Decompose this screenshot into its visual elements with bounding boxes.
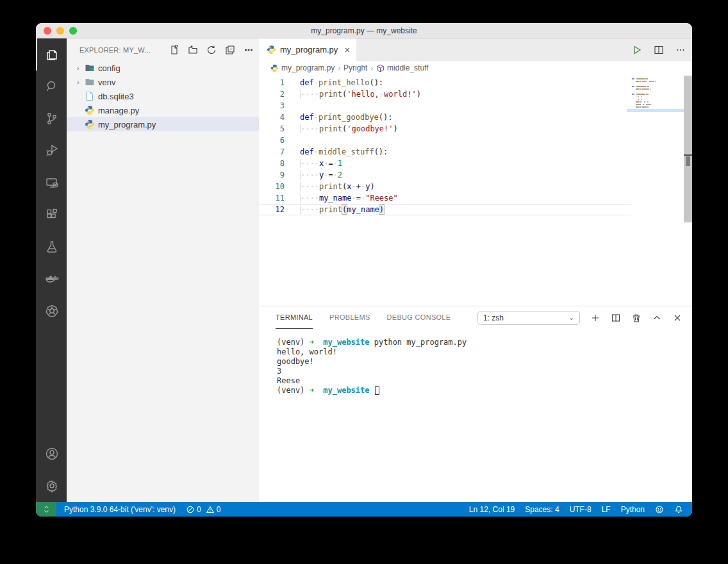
feedback-smiley-icon[interactable] (655, 505, 664, 514)
new-folder-icon[interactable] (188, 45, 198, 55)
zoom-window-button[interactable] (69, 27, 77, 35)
scrollbar-handle[interactable] (686, 156, 690, 166)
more-actions-icon[interactable] (244, 45, 254, 55)
language-mode-status[interactable]: Python (621, 505, 645, 514)
run-file-icon[interactable] (632, 45, 642, 55)
file-row-db.sqlite3[interactable]: db.sqlite3 (67, 89, 259, 103)
code-editor[interactable]: 1def·print_hello():2····print('hello,·wo… (259, 75, 692, 306)
close-window-button[interactable] (44, 27, 51, 35)
tab-label: my_program.py (280, 45, 338, 54)
terminal-line: (venv) ➜ my_website (277, 386, 692, 395)
cursor-position-status[interactable]: Ln 12, Col 19 (469, 505, 515, 514)
python-interpreter-status[interactable]: Python 3.9.0 64-bit ('venv': venv) (64, 505, 176, 514)
code-text: ····print('goodbye!') (300, 123, 398, 135)
terminal-shell-select[interactable]: 1: zsh ⌄ (477, 311, 580, 325)
line-number: 1 (259, 77, 285, 88)
file-row-my_program.py[interactable]: my_program.py (67, 117, 259, 131)
panel-tab-terminal[interactable]: TERMINAL (276, 306, 313, 329)
bottom-panel: TERMINALPROBLEMSDEBUG CONSOLE 1: zsh ⌄ (… (259, 306, 692, 502)
docker-whale-icon (44, 271, 60, 286)
activity-account[interactable] (36, 438, 67, 470)
activity-extensions[interactable] (36, 199, 67, 231)
activity-source-control[interactable] (36, 103, 67, 135)
problems-status[interactable]: 0 0 (186, 505, 220, 514)
activity-search[interactable] (36, 70, 67, 103)
code-line-2[interactable]: 2····print('hello,·world!') (259, 88, 631, 100)
code-text: def·print_hello(): (300, 77, 383, 88)
editor-scrollbar[interactable] (684, 76, 692, 222)
activity-remote-explorer[interactable] (36, 167, 67, 199)
code-line-11[interactable]: 11····my_name·=·"Reese" (259, 192, 631, 204)
activity-docker[interactable] (36, 263, 67, 295)
file-row-venv[interactable]: ›venv (67, 75, 259, 89)
remote-indicator[interactable] (36, 502, 56, 517)
minimap[interactable] (632, 78, 682, 112)
code-line-9[interactable]: 9····y·=·2 (259, 169, 631, 181)
shell-select-value: 1: zsh (483, 313, 504, 322)
line-number: 12 (259, 204, 285, 215)
indentation-status[interactable]: Spaces: 4 (525, 505, 559, 514)
activity-testing[interactable] (36, 231, 67, 263)
activity-explorer[interactable] (36, 38, 67, 70)
terminal-line: goodbye! (277, 357, 692, 367)
code-line-4[interactable]: 4def·print_goodbye(): (259, 112, 631, 123)
code-line-10[interactable]: 10····print(x·+·y) (259, 181, 631, 192)
activity-settings[interactable] (36, 470, 67, 502)
maximize-panel-icon[interactable] (652, 313, 662, 323)
debug-icon (44, 143, 60, 158)
breadcrumb-pyright[interactable]: Pyright (343, 63, 367, 72)
code-line-1[interactable]: 1def·print_hello(): (259, 77, 631, 88)
terminal-line: 3 (277, 367, 692, 376)
vscode-window: my_program.py — my_website (36, 23, 692, 517)
line-number: 10 (259, 181, 285, 192)
tab-close-icon[interactable]: × (345, 46, 350, 54)
close-panel-icon[interactable] (672, 313, 682, 323)
terminal-line: hello, world! (277, 347, 692, 357)
chevron-down-icon: ⌄ (569, 314, 574, 321)
breadcrumb-separator: › (370, 64, 373, 72)
file-row-manage.py[interactable]: manage.py (67, 103, 259, 117)
new-terminal-icon[interactable] (590, 313, 600, 323)
encoding-status[interactable]: UTF-8 (570, 505, 592, 514)
refresh-icon[interactable] (206, 45, 217, 55)
breadcrumb-symbol[interactable]: middle_stuff (376, 63, 428, 72)
kill-terminal-icon[interactable] (631, 313, 641, 323)
split-editor-icon[interactable] (654, 45, 664, 55)
breadcrumb-separator: › (338, 64, 340, 72)
status-bar: Python 3.9.0 64-bit ('venv': venv) 0 0 L… (36, 502, 692, 517)
code-line-5[interactable]: 5····print('goodbye!') (259, 123, 631, 135)
gear-icon (44, 478, 60, 494)
more-editor-actions-icon[interactable] (675, 45, 686, 55)
line-number: 6 (259, 135, 285, 146)
code-text: ····x·=·1 (300, 158, 342, 169)
activity-bar (36, 38, 67, 502)
activity-run-debug[interactable] (36, 135, 67, 167)
python-icon (270, 64, 279, 72)
kubernetes-icon (44, 303, 60, 319)
collapse-all-icon[interactable] (225, 45, 235, 55)
terminal-output[interactable]: (venv) ➜ my_website python my_program.py… (259, 329, 692, 502)
new-file-icon[interactable] (169, 45, 179, 55)
tab-my-program[interactable]: my_program.py × (259, 38, 356, 61)
file-row-config[interactable]: ›config (67, 61, 259, 75)
eol-status[interactable]: LF (602, 505, 611, 514)
explorer-sidebar: EXPLORER: MY_W... ›config›venvdb.sqlite3… (67, 38, 259, 502)
activity-kubernetes[interactable] (36, 295, 67, 327)
explorer-header-title: EXPLORER: MY_W... (79, 46, 169, 54)
panel-tab-problems[interactable]: PROBLEMS (329, 306, 370, 329)
minimize-window-button[interactable] (56, 27, 64, 35)
code-line-3[interactable]: 3 (259, 100, 631, 112)
code-line-7[interactable]: 7def·middle_stuff(): (259, 146, 631, 158)
error-icon (186, 505, 195, 514)
code-line-8[interactable]: 8····x·=·1 (259, 158, 631, 169)
breadcrumb-file[interactable]: my_program.py (270, 63, 335, 72)
code-line-6[interactable]: 6 (259, 135, 631, 146)
notifications-bell-icon[interactable] (674, 505, 683, 514)
terminal-cursor (375, 386, 379, 395)
chevron-right-icon: › (73, 65, 83, 72)
code-line-12[interactable]: 12····print(my_name) (259, 204, 631, 215)
split-terminal-icon[interactable] (611, 313, 621, 323)
panel-tab-debug-console[interactable]: DEBUG CONSOLE (387, 306, 451, 329)
python-icon (85, 105, 95, 115)
git-branch-icon (44, 111, 60, 126)
